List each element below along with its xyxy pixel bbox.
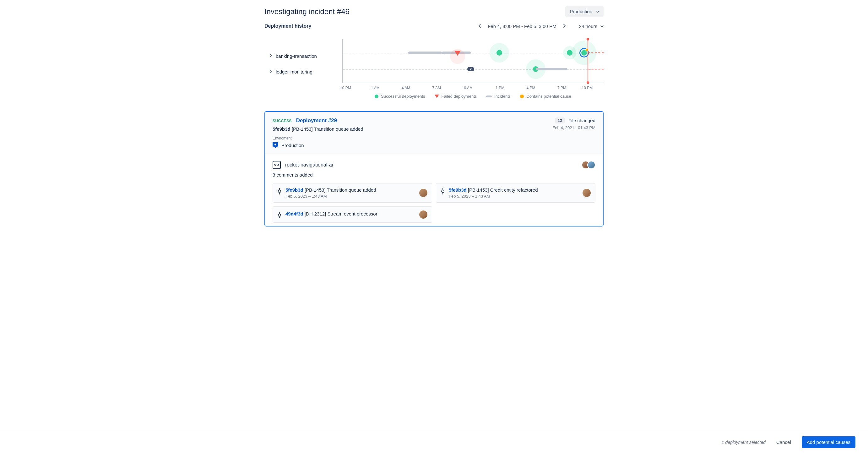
prev-range-button[interactable] <box>477 22 483 30</box>
environment-selector-label: Production <box>570 9 592 14</box>
selected-deployment-marker[interactable] <box>581 50 587 56</box>
environment-icon <box>273 142 278 148</box>
deployment-timestamp: Feb 4, 2021 - 01:43 PM <box>552 125 595 130</box>
commit-icon <box>441 188 445 194</box>
code-repo-icon: <·> <box>273 161 281 169</box>
chevron-down-icon <box>600 24 603 29</box>
deployment-detail-card: SUCCESS Deployment #29 5fe9b3d [PB-1453]… <box>265 111 603 227</box>
timeline-trailing-dash <box>588 53 603 53</box>
timeline-row-toggle[interactable]: banking-transaction <box>265 48 342 64</box>
incident-bar[interactable] <box>536 68 567 70</box>
failed-deployment-marker[interactable] <box>455 51 461 56</box>
time-range-selector[interactable]: 24 hours <box>579 24 603 29</box>
date-range-label: Feb 4, 3:00 PM - Feb 5, 3:00 PM <box>488 24 556 29</box>
successful-deployment-marker[interactable] <box>496 50 502 56</box>
timeline-row-label: banking-transaction <box>276 53 317 59</box>
incident-bar[interactable] <box>408 52 442 54</box>
repo-name[interactable]: rocket-navigational-ai <box>285 162 333 168</box>
chevron-down-icon <box>596 9 599 14</box>
comments-count: 3 comments added <box>273 172 595 178</box>
avatar <box>419 210 427 219</box>
contributor-avatars[interactable] <box>584 161 595 169</box>
commit-icon <box>277 188 282 194</box>
time-range-label: 24 hours <box>579 24 597 29</box>
commit-card[interactable]: 49d4f3d [DH-2312] Stream event processor <box>273 206 432 223</box>
avatar <box>587 161 595 169</box>
avatar <box>583 189 591 197</box>
deployment-link[interactable]: Deployment #29 <box>296 118 337 123</box>
commit-card[interactable]: 5fe9b3d [PB-1453] Transition queue added… <box>273 183 432 203</box>
environment-label: Enviroment <box>273 136 363 141</box>
deployment-timeline-chart[interactable]: 2 <box>342 39 603 83</box>
next-range-button[interactable] <box>561 22 567 30</box>
timeline-row-label: ledger-monitoring <box>276 69 312 74</box>
timeline-row-toggle[interactable]: ledger-monitoring <box>265 64 342 80</box>
deployment-commit-line: 5fe9b3d [PB-1453] Transition queue added <box>273 126 363 132</box>
chevron-right-icon <box>270 54 272 58</box>
cluster-badge[interactable]: 2 <box>467 67 474 71</box>
chevron-right-icon <box>270 69 272 74</box>
section-subtitle: Deployment history <box>265 23 311 29</box>
environment-selector[interactable]: Production <box>565 6 603 17</box>
timeline-trailing-dash <box>588 69 603 69</box>
current-time-marker <box>588 39 588 83</box>
timeline-legend: Successful deployments Failed deployment… <box>342 94 603 99</box>
timeline-axis: 10 PM 1 AM 4 AM 7 AM 10 AM 1 PM 4 PM 7 P… <box>342 86 603 90</box>
avatar <box>419 189 427 197</box>
files-changed-label[interactable]: File changed <box>568 118 595 123</box>
files-changed-count: 12 <box>555 118 565 123</box>
status-badge: SUCCESS <box>273 119 292 123</box>
commit-card[interactable]: 5fe9b3d [PB-1453] Credit entity refactor… <box>436 183 595 203</box>
environment-value: Production <box>281 143 304 148</box>
page-title: Investigating incident #46 <box>265 7 349 16</box>
commit-icon <box>277 212 282 218</box>
